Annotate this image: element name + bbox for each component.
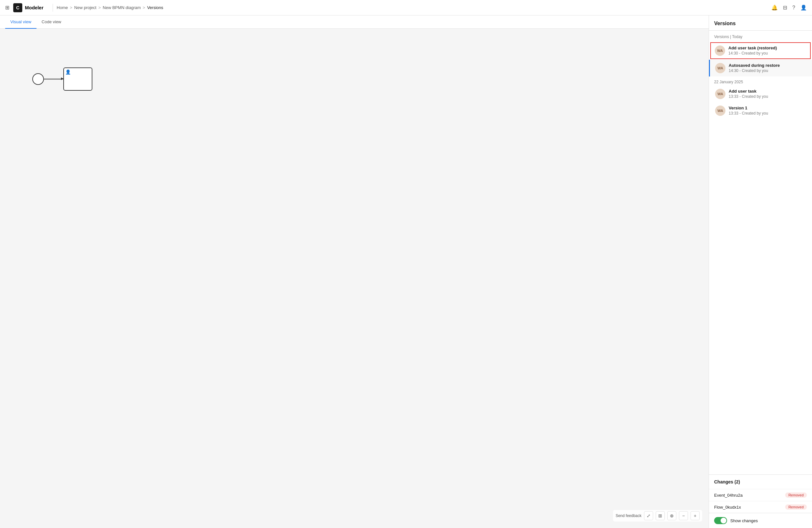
expand-icon[interactable]: ⤢: [644, 511, 653, 520]
version-meta-3: 13:33 - Created by you: [729, 94, 807, 99]
breadcrumb-sep1: >: [70, 5, 72, 10]
version-meta-1: 14:30 - Created by you: [728, 51, 806, 56]
breadcrumb: Home > New project > New BPMN diagram > …: [57, 5, 163, 10]
canvas-area: Visual view Code view 👤 Send feedback ⤢ …: [0, 15, 709, 528]
version-meta-2: 14:30 - Created by you: [729, 69, 807, 73]
breadcrumb-sep2: >: [98, 5, 101, 10]
show-changes-label: Show changes: [730, 518, 758, 523]
breadcrumb-diagram[interactable]: New BPMN diagram: [103, 5, 141, 10]
bell-icon[interactable]: 🔔: [771, 4, 778, 11]
change-name-event: Event_04hru2a: [714, 493, 742, 498]
user-icon[interactable]: 👤: [800, 4, 807, 11]
table-icon[interactable]: ⊟: [783, 4, 787, 11]
crosshair-icon[interactable]: ⊕: [667, 511, 676, 520]
version-avatar-3: WA: [715, 89, 725, 99]
map-icon[interactable]: ⊞: [656, 511, 665, 520]
zoom-out-button[interactable]: −: [679, 511, 688, 520]
version-info-3: Add user task 13:33 - Created by you: [729, 89, 807, 99]
app-logo: C Modeler: [13, 3, 44, 12]
version-info-1: Add user task (restored) 14:30 - Created…: [728, 46, 806, 56]
version-name-4: Version 1: [729, 106, 807, 110]
version-item-autosaved[interactable]: WA Autosaved during restore 14:30 - Crea…: [709, 60, 812, 76]
versions-today-header: Versions | Today: [709, 31, 812, 42]
version-info-2: Autosaved during restore 14:30 - Created…: [729, 63, 807, 73]
nav-right: 🔔 ⊟ ? 👤: [771, 4, 807, 11]
zoom-in-button[interactable]: +: [691, 511, 700, 520]
bpmn-start-event: [32, 73, 44, 85]
versions-panel[interactable]: Versions | Today WA Add user task (resto…: [709, 31, 812, 474]
panel-header: Versions: [709, 15, 812, 31]
top-nav: ⊞ C Modeler Home > New project > New BPM…: [0, 0, 812, 15]
version-name-2: Autosaved during restore: [729, 63, 807, 68]
bpmn-user-task: 👤: [63, 67, 92, 91]
version-name-1: Add user task (restored): [728, 46, 806, 50]
version-avatar-4: WA: [715, 106, 725, 116]
breadcrumb-current: Versions: [147, 5, 163, 10]
bpmn-sequence-flow: [44, 79, 63, 79]
panel-footer: Show changes: [709, 513, 812, 528]
version-avatar-2: WA: [715, 63, 725, 73]
version-meta-4: 13:33 - Created by you: [729, 111, 807, 116]
change-badge-flow: Removed: [785, 504, 807, 510]
canvas-toolbar: Send feedback ⤢ ⊞ ⊕ − +: [613, 510, 702, 522]
app-name: Modeler: [25, 5, 44, 10]
tab-code[interactable]: Code view: [37, 15, 67, 29]
bpmn-diagram: 👤: [32, 67, 92, 91]
tab-bar: Visual view Code view: [0, 15, 709, 29]
breadcrumb-sep3: >: [143, 5, 145, 10]
version-item-add-user-task-restored[interactable]: WA Add user task (restored) 14:30 - Crea…: [710, 42, 811, 59]
help-icon[interactable]: ?: [792, 5, 795, 11]
version-avatar-1: WA: [715, 46, 725, 56]
date-separator-jan: 22 January 2025: [709, 76, 812, 86]
panel-title: Versions: [714, 21, 807, 30]
breadcrumb-home[interactable]: Home: [57, 5, 68, 10]
version-info-4: Version 1 13:33 - Created by you: [729, 106, 807, 116]
bpmn-user-task-icon: 👤: [65, 70, 71, 75]
changes-section: Changes (2) Event_04hru2a Removed Flow_0…: [709, 474, 812, 513]
version-name-3: Add user task: [729, 89, 807, 94]
change-item-flow: Flow_0kudx1x Removed: [709, 501, 812, 513]
toggle-knob: [721, 518, 726, 524]
show-changes-toggle[interactable]: [714, 517, 727, 524]
logo-box: C: [13, 3, 22, 12]
main-layout: Visual view Code view 👤 Send feedback ⤢ …: [0, 15, 812, 528]
change-badge-event: Removed: [785, 493, 807, 498]
version-item-version1[interactable]: WA Version 1 13:33 - Created by you: [709, 102, 812, 119]
nav-divider: [53, 4, 53, 12]
send-feedback-link[interactable]: Send feedback: [615, 513, 641, 518]
right-panel: Versions Versions | Today WA Add user ta…: [709, 15, 812, 528]
changes-header: Changes (2): [709, 475, 812, 489]
change-name-flow: Flow_0kudx1x: [714, 505, 741, 510]
tab-visual[interactable]: Visual view: [5, 15, 37, 29]
change-item-event: Event_04hru2a Removed: [709, 489, 812, 501]
version-item-add-user-task[interactable]: WA Add user task 13:33 - Created by you: [709, 86, 812, 102]
canvas[interactable]: 👤 Send feedback ⤢ ⊞ ⊕ − +: [0, 29, 709, 528]
breadcrumb-project[interactable]: New project: [74, 5, 97, 10]
grid-menu-icon[interactable]: ⊞: [5, 4, 9, 11]
